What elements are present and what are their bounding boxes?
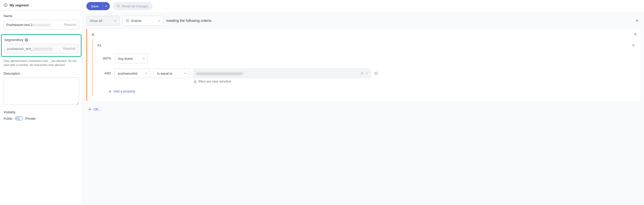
name-input-wrap[interactable]: Pushwoosh test 2 xxxxxxxxxxx Required bbox=[4, 20, 79, 30]
segmentkey-input-wrap[interactable]: pushwoosh_test_ xxxxxxxxxxxx Required bbox=[4, 44, 78, 53]
showall-select[interactable]: Show all bbox=[86, 16, 119, 25]
events-label: Events bbox=[131, 19, 142, 23]
chevron-down-icon bbox=[142, 57, 145, 60]
name-required: Required bbox=[62, 23, 76, 26]
sidebar-title: My segment bbox=[10, 3, 29, 7]
description-textarea[interactable] bbox=[4, 77, 79, 105]
or-button[interactable]: OR... bbox=[88, 107, 644, 111]
sub-group: A1 WITH Any event AND bbox=[92, 40, 636, 96]
info-icon[interactable]: i bbox=[374, 72, 378, 75]
and-row: AND pushwooshid Is equal to xxxxxxxxxxxx… bbox=[97, 69, 636, 78]
close-icon bbox=[361, 72, 363, 75]
name-blur: xxxxxxxxxxx bbox=[33, 23, 51, 27]
svg-point-4 bbox=[195, 82, 195, 83]
add-property-button[interactable]: Add a property bbox=[109, 89, 135, 93]
undo-icon bbox=[116, 4, 120, 8]
sub-close-button[interactable] bbox=[631, 43, 636, 48]
visibility-field: Visibility Public Private bbox=[4, 110, 79, 121]
visibility-public: Public bbox=[4, 117, 12, 120]
sidebar-header: My segment bbox=[0, 0, 83, 10]
chevron-down-icon bbox=[184, 72, 187, 75]
plus-icon bbox=[88, 108, 91, 111]
visibility-label: Visibility bbox=[4, 110, 79, 114]
or-label: OR... bbox=[94, 107, 101, 111]
segmentkey-blur: xxxxxxxxxxxx bbox=[33, 47, 53, 51]
main: Save Reset all changes Show all Events bbox=[83, 0, 644, 205]
events-select[interactable]: Events bbox=[122, 16, 163, 25]
criteria-close-button[interactable] bbox=[634, 17, 640, 24]
svg-point-1 bbox=[5, 5, 6, 5]
criteria-bar: Show all Events meeting the following cr… bbox=[83, 12, 644, 29]
event-select-label: Any event bbox=[118, 57, 133, 61]
segmentkey-highlight: SegmentKey i pushwoosh_test_ xxxxxxxxxxx… bbox=[1, 34, 82, 57]
name-value: Pushwoosh test 2 bbox=[6, 23, 33, 27]
visibility-toggle[interactable] bbox=[14, 116, 23, 121]
criteria-text: meeting the following criteria bbox=[166, 19, 211, 23]
svg-point-3 bbox=[127, 20, 128, 21]
sub-label: A1 bbox=[97, 43, 101, 47]
segmentkey-hint: Only alphanumeric characters and _ are a… bbox=[4, 59, 79, 67]
chevron-down-icon bbox=[105, 5, 108, 7]
chevron-down-icon bbox=[365, 72, 368, 75]
event-icon bbox=[126, 19, 129, 22]
chevron-down-icon bbox=[158, 19, 160, 22]
case-note-text: filters are case sensitive bbox=[198, 80, 231, 83]
sidebar: My segment Name Pushwoosh test 2 xxxxxxx… bbox=[0, 0, 83, 205]
case-note: filters are case sensitive bbox=[193, 80, 636, 83]
showall-label: Show all bbox=[90, 19, 102, 23]
event-select[interactable]: Any event bbox=[115, 54, 148, 63]
add-property-label: Add a property bbox=[114, 89, 135, 93]
save-dropdown[interactable] bbox=[103, 2, 110, 10]
group-close-button[interactable] bbox=[633, 32, 638, 37]
segmentkey-label: SegmentKey i bbox=[4, 38, 78, 42]
with-label: WITH bbox=[97, 57, 111, 60]
value-text: xxxxxxxxxxxxxxxxxxxxxxxxxxxx bbox=[196, 72, 242, 75]
save-button-label: Save bbox=[86, 4, 103, 8]
warning-icon bbox=[193, 80, 197, 83]
close-icon bbox=[635, 19, 639, 22]
with-row: WITH Any event bbox=[97, 54, 636, 63]
chevron-down-icon bbox=[114, 19, 117, 22]
segmentkey-required: Required bbox=[62, 47, 75, 50]
name-label: Name bbox=[4, 14, 79, 18]
property-select-label: pushwooshid bbox=[118, 72, 137, 75]
reset-button[interactable]: Reset all changes bbox=[113, 2, 153, 10]
property-select[interactable]: pushwooshid bbox=[115, 69, 150, 78]
builder-group: A A1 WITH Any event bbox=[86, 29, 640, 101]
segmentkey-value: pushwoosh_test_ bbox=[7, 47, 33, 51]
name-field: Name Pushwoosh test 2 xxxxxxxxxxx Requir… bbox=[4, 14, 79, 30]
close-icon bbox=[632, 44, 635, 47]
operator-select[interactable]: Is equal to bbox=[154, 69, 189, 78]
segmentkey-label-text: SegmentKey bbox=[4, 38, 23, 42]
value-clear-button[interactable] bbox=[361, 72, 363, 75]
close-icon bbox=[634, 33, 637, 36]
operator-select-label: Is equal to bbox=[157, 72, 172, 75]
description-label: Description bbox=[4, 72, 79, 75]
info-icon[interactable]: i bbox=[25, 38, 28, 42]
segment-icon bbox=[4, 3, 8, 7]
and-label: AND bbox=[97, 72, 111, 75]
visibility-private: Private bbox=[25, 117, 35, 120]
save-button[interactable]: Save bbox=[86, 2, 110, 10]
chevron-down-icon bbox=[145, 72, 147, 75]
plus-icon bbox=[109, 90, 112, 93]
toolbar: Save Reset all changes bbox=[83, 0, 644, 12]
group-label: A bbox=[92, 33, 636, 37]
value-input[interactable]: xxxxxxxxxxxxxxxxxxxxxxxxxxxx bbox=[193, 69, 371, 78]
reset-button-label: Reset all changes bbox=[122, 4, 148, 8]
description-field: Description bbox=[4, 72, 79, 106]
